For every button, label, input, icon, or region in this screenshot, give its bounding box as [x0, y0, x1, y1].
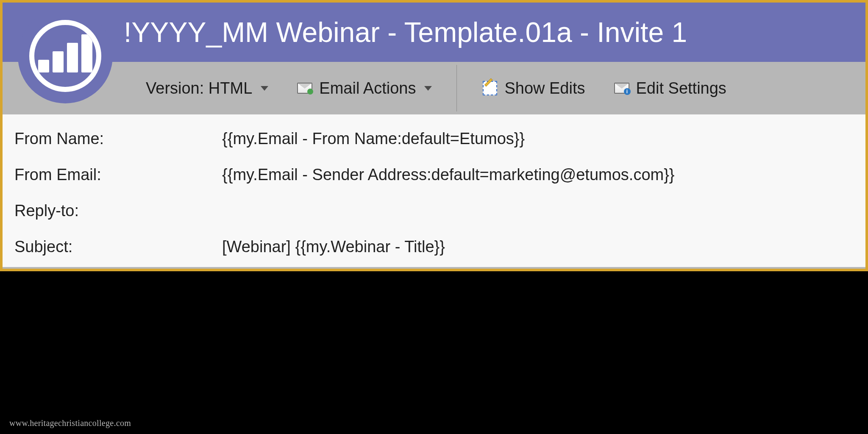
from-email-row: From Email: {{my.Email - Sender Address:…	[14, 166, 854, 184]
show-edits-label: Show Edits	[504, 79, 585, 97]
chevron-down-icon	[424, 86, 432, 91]
page-title: !YYYY_MM Webinar - Template.01a - Invite…	[124, 16, 687, 48]
reply-to-label: Reply-to:	[14, 202, 222, 220]
email-meta-panel: From Name: {{my.Email - From Name:defaul…	[3, 114, 865, 267]
toolbar: Version: HTML Email Actions Show Edits i…	[3, 62, 865, 114]
version-dropdown[interactable]: Version: HTML	[138, 76, 276, 101]
email-actions-label: Email Actions	[319, 79, 416, 97]
header-bar: !YYYY_MM Webinar - Template.01a - Invite…	[3, 3, 865, 62]
from-name-label: From Name:	[14, 130, 222, 148]
app-frame: !YYYY_MM Webinar - Template.01a - Invite…	[0, 0, 868, 271]
mail-info-icon: i	[613, 82, 630, 95]
subject-row: Subject: [Webinar] {{my.Webinar - Title}…	[14, 238, 854, 256]
version-label: Version: HTML	[146, 79, 252, 97]
reply-to-value[interactable]	[222, 202, 854, 220]
subject-label: Subject:	[14, 238, 222, 256]
brand-logo	[18, 8, 113, 103]
mail-go-icon	[296, 82, 313, 95]
pencil-box-icon	[481, 82, 498, 95]
watermark-text: www.heritagechristiancollege.com	[9, 418, 131, 428]
show-edits-button[interactable]: Show Edits	[474, 76, 593, 101]
from-email-label: From Email:	[14, 166, 222, 184]
from-email-value[interactable]: {{my.Email - Sender Address:default=mark…	[222, 166, 854, 184]
reply-to-row: Reply-to:	[14, 202, 854, 220]
from-name-row: From Name: {{my.Email - From Name:defaul…	[14, 130, 854, 148]
edit-settings-label: Edit Settings	[636, 79, 726, 97]
toolbar-separator	[456, 65, 457, 111]
marketo-logo-icon	[29, 20, 101, 92]
edit-settings-button[interactable]: i Edit Settings	[606, 76, 734, 101]
chevron-down-icon	[261, 86, 268, 91]
from-name-value[interactable]: {{my.Email - From Name:default=Etumos}}	[222, 130, 854, 148]
email-actions-dropdown[interactable]: Email Actions	[289, 76, 440, 101]
subject-value[interactable]: [Webinar] {{my.Webinar - Title}}	[222, 238, 854, 256]
